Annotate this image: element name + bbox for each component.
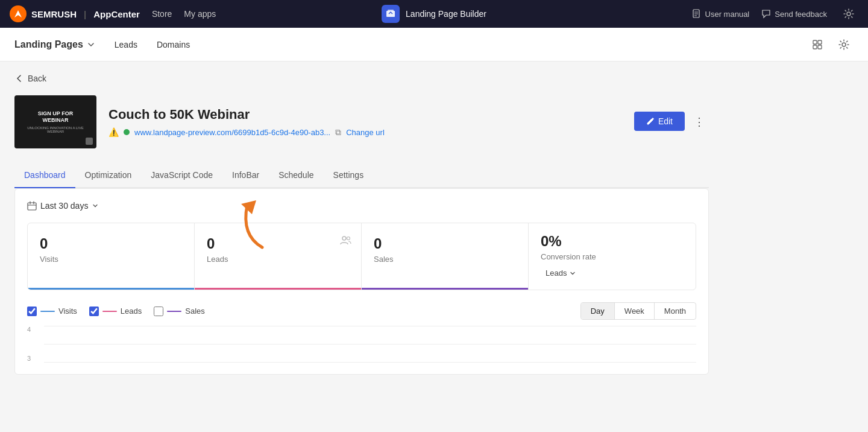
leads-icon [339,234,351,249]
date-filter-label: Last 30 days [40,201,88,211]
chevron-down-icon [87,40,95,49]
tab-infobar[interactable]: InfoBar [222,163,269,188]
sales-value: 0 [374,235,516,252]
visits-label: Visits [40,255,182,264]
svg-point-7 [847,12,851,16]
change-url-button[interactable]: Change url [346,128,385,137]
brand-logo[interactable]: SEMRUSH | AppCenter [10,5,140,22]
legend-leads: Leads [89,307,142,316]
leads-nav-link[interactable]: Leads [115,37,137,52]
leads-checkbox[interactable] [89,307,99,316]
y-label-3: 3 [27,355,39,362]
my-apps-link[interactable]: My apps [184,9,216,19]
leads-value: 0 [207,235,349,252]
visits-legend-label: Visits [58,307,77,316]
sub-nav-settings-button[interactable] [834,35,854,54]
conversion-type-dropdown[interactable]: Leads [541,266,581,280]
domains-nav-link[interactable]: Domains [157,37,190,52]
tab-settings[interactable]: Settings [324,163,374,188]
book-icon [692,9,702,19]
sub-navigation: Landing Pages Leads Domains [0,28,868,62]
calendar-icon [27,201,37,211]
metric-leads: 0 Leads [195,223,362,290]
user-manual-link[interactable]: User manual [692,9,750,19]
dashboard-panel: Last 30 days 0 Visits 0 Leads [14,188,709,375]
conversion-dropdown-label: Leads [546,268,567,278]
tab-optimization[interactable]: Optimization [75,163,142,188]
landing-pages-brand[interactable]: Landing Pages [14,39,95,50]
back-button[interactable]: Back [14,74,46,83]
appcenter-label: AppCenter [93,9,140,19]
svg-rect-10 [813,45,817,49]
metric-conversion: 0% Conversion rate Leads [529,223,696,290]
gridline-mid [44,344,696,345]
semrush-icon [10,5,27,22]
settings-icon [838,39,849,50]
period-month-button[interactable]: Month [655,303,696,319]
legend-sales: Sales [154,307,205,316]
conversion-rate-value: 0% Conversion rate [541,233,596,261]
conversion-top: 0% Conversion rate [541,233,684,261]
more-options-button[interactable]: ⋮ [690,112,709,132]
date-chevron-icon [92,202,99,209]
status-dot-active [124,129,130,135]
sales-checkbox[interactable] [154,307,163,316]
period-buttons: Day Week Month [580,302,696,320]
landing-page-icon [385,8,396,19]
period-week-button[interactable]: Week [615,303,655,319]
metric-sales: 0 Sales [362,223,529,290]
chart-area: 4 3 [27,326,696,362]
page-header-actions: Edit ⋮ [634,112,709,132]
visits-bar [28,288,194,290]
chart-y-labels: 4 3 [27,326,39,362]
chart-legend: Visits Leads Sales [27,307,568,316]
thumbnail-line1: SIGN UP FOR [38,110,73,117]
tab-dashboard[interactable]: Dashboard [14,163,75,188]
app-name-label: Landing Page Builder [406,9,486,19]
svg-point-18 [347,237,350,240]
date-filter-button[interactable]: Last 30 days [27,201,99,211]
leads-line-indicator [102,311,117,312]
tab-javascript-code[interactable]: JavaScript Code [141,163,222,188]
app-icon [382,5,400,23]
thumbnail-badge [86,138,93,145]
conversion-value: 0% [541,233,596,250]
gridline-bottom [44,362,696,363]
view-toggle-button[interactable] [808,35,827,54]
legend-visits: Visits [27,307,77,316]
svg-rect-11 [818,45,822,49]
brand-divider: | [84,9,86,19]
store-link[interactable]: Store [152,9,172,19]
leads-bar [195,288,361,290]
chart-controls: Visits Leads Sales [27,302,696,320]
metric-visits: 0 Visits [28,223,195,290]
top-navigation: SEMRUSH | AppCenter Store My apps Landin… [0,0,868,28]
sales-label: Sales [374,255,516,264]
send-feedback-link[interactable]: Send feedback [761,9,827,19]
svg-rect-8 [813,40,817,44]
grid-icon [812,39,823,50]
page-url-row: ⚠️ www.landpage-preview.com/6699b1d5-6c9… [108,127,622,138]
copy-url-icon[interactable]: ⧉ [335,127,341,138]
page-url-link[interactable]: www.landpage-preview.com/6699b1d5-6c9d-4… [134,128,330,137]
dropdown-chevron-icon [569,270,576,277]
sales-legend-label: Sales [185,307,205,316]
thumbnail-line2: WEBINAR [43,117,69,124]
gridline-top [44,326,696,326]
svg-rect-9 [818,40,822,44]
page-tabs: Dashboard Optimization JavaScript Code I… [14,163,709,188]
settings-gear-button[interactable] [839,4,858,24]
leads-label: Leads [207,255,349,264]
page-header: SIGN UP FOR WEBINAR UNLOCKING INNOVATION… [14,95,709,148]
leads-legend-label: Leads [121,307,142,316]
feedback-icon [761,9,771,19]
svg-rect-13 [28,203,36,210]
tab-schedule[interactable]: Schedule [269,163,323,188]
edit-button[interactable]: Edit [634,112,685,131]
chart-plot-area [44,326,696,362]
svg-point-17 [342,237,346,240]
thumbnail-sub: UNLOCKING INNOVATION A LIVE WEBINAR [20,126,90,133]
visits-checkbox[interactable] [27,307,37,316]
back-arrow-icon [14,74,24,83]
period-day-button[interactable]: Day [581,303,615,319]
